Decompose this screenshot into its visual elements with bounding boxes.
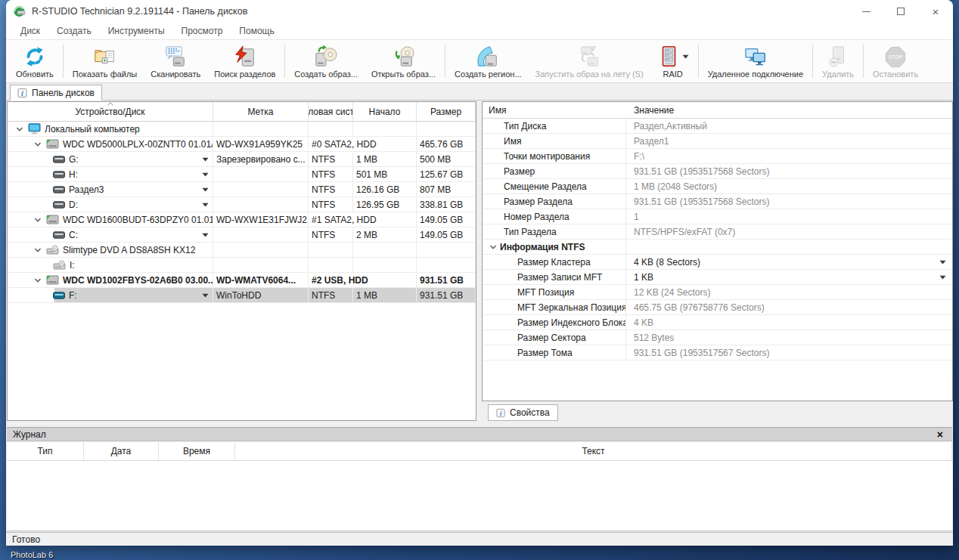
chevron-down-icon[interactable] [202, 203, 209, 207]
chevron-down-icon[interactable] [202, 157, 209, 162]
device-row-wdc-wd1600budt-63dpzy0-01-01a01[interactable]: WDC WD1600BUDT-63DPZY0 01.01A01WD-WXW1E3… [8, 212, 476, 227]
expander-icon[interactable] [33, 141, 42, 147]
device-col-label: Начало [369, 107, 401, 117]
menu-item-инструменты[interactable]: Инструменты [100, 24, 173, 38]
toolbar-button-raid[interactable]: RAID [650, 41, 696, 82]
device-col-header[interactable]: Размер [417, 102, 476, 121]
device-col-header[interactable]: Устройство/Диск [8, 102, 213, 121]
log-col-label: Текст [582, 446, 604, 456]
log-col-header[interactable]: Текст [235, 442, 952, 460]
toolbar-button-label: Сканировать [151, 70, 200, 79]
device-row-d-[interactable]: D:NTFS126.95 GB338.81 GB [8, 197, 476, 212]
log-close-icon[interactable]: × [934, 429, 946, 441]
device-row-i-[interactable]: I: [8, 258, 476, 273]
device-row-h-[interactable]: H:NTFS501 MB125.67 GB [8, 167, 476, 182]
toolbar-button-scan[interactable]: Сканировать [144, 41, 207, 82]
property-value: F:\ [634, 151, 644, 162]
device-fs: NTFS [312, 169, 335, 180]
log-col-header[interactable]: Тип [7, 442, 84, 460]
svg-text:i: i [21, 89, 23, 97]
chevron-down-icon[interactable] [939, 275, 946, 280]
toolbar-button-create-region[interactable]: Создать регион... [448, 41, 529, 82]
toolbar-button-label: Создать образ... [294, 70, 358, 79]
log-col-header[interactable]: Время [159, 442, 235, 460]
device-col-label: Метка [247, 107, 273, 117]
device-row-g-[interactable]: G:Зарезервировано с...NTFS1 MB500 MB [8, 152, 476, 167]
chevron-down-icon[interactable] [939, 260, 946, 265]
tab-properties[interactable]: i Свойства [488, 404, 558, 421]
maximize-button[interactable] [883, 0, 918, 23]
computer-icon [28, 123, 41, 135]
menu-item-просмотр[interactable]: Просмотр [173, 24, 231, 38]
toolbar-separator [863, 45, 864, 78]
log-col-header[interactable]: Дата [84, 442, 159, 460]
log-table-header: ТипДатаВремяТекст [7, 442, 952, 461]
chevron-down-icon[interactable] [202, 187, 209, 192]
device-row-wdc-wd1002fbys-02a6b0-03-00-[interactable]: WDC WD1002FBYS-02A6B0 03.00...WD-WMATV60… [8, 273, 476, 288]
svg-text:i: i [500, 410, 502, 417]
property-value: NTFS/HPFS/exFAT (0x7) [634, 227, 735, 237]
property-row[interactable]: Информация NTFS [483, 240, 952, 255]
expander-icon[interactable] [15, 126, 24, 132]
property-row: Размер Сектора512 Bytes [483, 330, 952, 345]
device-name: F: [69, 290, 77, 301]
dvd-icon [53, 260, 66, 270]
expander-icon[interactable] [33, 277, 42, 283]
device-col-label: Файловая система [309, 107, 353, 117]
properties-tab-label: Свойства [510, 407, 550, 418]
properties-col-name: Имя [483, 105, 626, 116]
toolbar-button-refresh[interactable]: Обновить [9, 41, 61, 82]
device-name: Slimtype DVD A DS8A8SH KX12 [63, 245, 195, 255]
desktop-icon-label[interactable]: PhotoLab 6 [11, 550, 53, 559]
device-col-header[interactable]: Начало [353, 102, 417, 121]
device-fs: NTFS [312, 154, 335, 165]
toolbar-button-find-partitions[interactable]: Поиск разделов [207, 41, 282, 82]
chevron-down-icon[interactable] [202, 293, 209, 298]
expander-icon[interactable] [489, 244, 498, 250]
expander-icon[interactable] [33, 247, 42, 253]
device-row-f-[interactable]: F:WinToHDDNTFS1 MB931.51 GB [8, 288, 476, 303]
toolbar-button-label: Открыть образ... [371, 70, 436, 79]
log-title: Журнал [13, 429, 934, 440]
menu-item-создать[interactable]: Создать [48, 24, 100, 38]
property-value: 1 KB [634, 272, 653, 283]
device-col-header[interactable]: Метка [213, 102, 309, 121]
property-value: 931.51 GB (1953517568 Sectors) [634, 196, 769, 207]
device-col-header[interactable]: Файловая система [309, 102, 353, 121]
property-row: Размер Тома931.51 GB (1953517567 Sectors… [483, 345, 952, 360]
chevron-down-icon[interactable] [202, 172, 209, 177]
device-row--3[interactable]: Раздел3NTFS126.16 GB807 MB [8, 182, 476, 197]
menu-item-помощь[interactable]: Помощь [231, 24, 282, 38]
property-row[interactable]: Размер Кластера4 KB (8 Sectors) [483, 255, 952, 270]
chevron-down-icon[interactable] [202, 233, 209, 237]
toolbar-button-create-image[interactable]: Создать образ... [287, 41, 365, 82]
device-interface: #1 SATA2, HDD [312, 215, 377, 225]
property-row: ИмяРаздел1 [483, 134, 952, 149]
expander-icon[interactable] [33, 217, 42, 223]
device-row-wdc-wd5000lplx-00zntt0-01-01a01[interactable]: WDC WD5000LPLX-00ZNTT0 01.01A01WD-WX91A9… [8, 137, 476, 152]
toolbar-button-open-image[interactable]: Открыть образ... [365, 41, 442, 82]
chevron-down-icon [682, 54, 689, 59]
toolbar-button-delete: Удалить [815, 41, 861, 82]
toolbar-separator [812, 45, 813, 78]
property-row[interactable]: Размер Записи MFT1 KB [483, 270, 952, 285]
property-name: Размер Сектора [517, 333, 586, 343]
toolbar-button-remote[interactable]: Удаленное подключение [701, 41, 810, 82]
device-row-slimtype-dvd-a-ds8a8sh-kx12[interactable]: Slimtype DVD A DS8A8SH KX12 [8, 243, 476, 258]
title-bar: R-STUDIO Technician 9.2.191144 - Панель … [6, 0, 953, 23]
minimize-button[interactable] [849, 0, 883, 23]
tab-disk-panel[interactable]: i Панель дисков [10, 85, 102, 101]
toolbar-button-label: Обновить [16, 70, 54, 79]
property-row: Тип ДискаРаздел,Активный [483, 119, 952, 134]
device-fs: NTFS [312, 230, 335, 240]
menu-item-диск[interactable]: Диск [12, 24, 48, 38]
device-row-c-[interactable]: C:NTFS2 MB149.05 GB [8, 227, 476, 243]
device-row--[interactable]: Локальный компьютер [8, 122, 476, 137]
create-image-icon [315, 45, 337, 68]
device-fs: NTFS [312, 290, 335, 301]
close-button[interactable]: × [918, 0, 953, 23]
device-col-label: Устройство/Диск [75, 107, 144, 117]
toolbar-button-show-files[interactable]: Показать файлы [66, 41, 144, 82]
partition-icon [53, 186, 65, 193]
property-name: Размер Тома [517, 348, 573, 358]
